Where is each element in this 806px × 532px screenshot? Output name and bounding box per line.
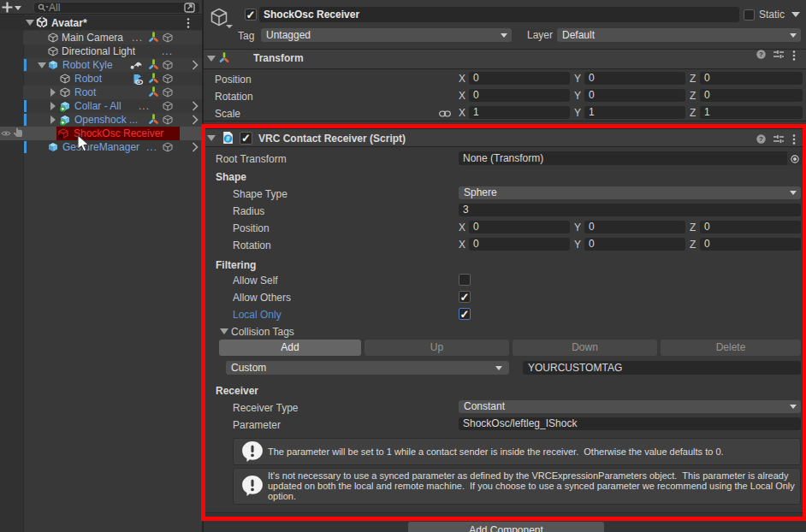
svg-text:?: ? xyxy=(759,50,763,58)
